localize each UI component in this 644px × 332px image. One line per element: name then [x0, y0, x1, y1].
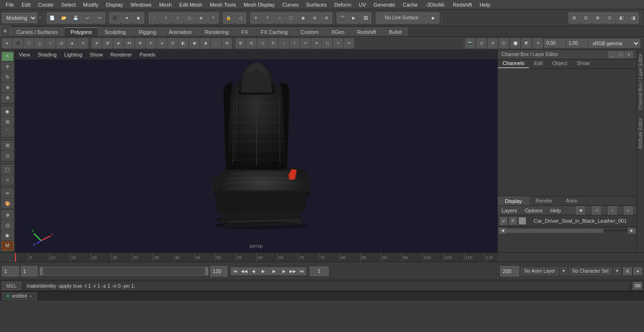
tab-animation[interactable]: Animation [163, 27, 198, 36]
scroll-left-btn[interactable]: ◀ [499, 228, 506, 234]
menu-display[interactable]: Display [102, 1, 127, 8]
plane-btn[interactable]: ▱ [45, 38, 56, 49]
channel-box-minimize[interactable]: _ [608, 51, 616, 58]
slide-edge-btn[interactable]: ◁ [257, 38, 267, 49]
scroll-right-btn[interactable]: ▶ [628, 228, 636, 234]
channel-box-close[interactable]: × [625, 51, 633, 58]
tab-fx[interactable]: FX [235, 27, 254, 36]
menu-windows[interactable]: Windows [127, 1, 156, 8]
menu-help[interactable]: Help [476, 1, 494, 8]
command-output[interactable]: makeIdentity -apply true -t 1 -r 1 -s 1 … [25, 282, 629, 290]
start-frame-input2[interactable]: 1 [21, 266, 38, 276]
menu-uv[interactable]: UV [355, 1, 370, 8]
menu-cache[interactable]: Cache [399, 1, 421, 8]
step-back-btn[interactable]: ◀◀ [240, 267, 248, 275]
transform2-btn[interactable]: ⊕ [309, 12, 321, 24]
slider-start-handle[interactable] [40, 267, 43, 275]
connect-btn[interactable]: ⊕ [222, 38, 232, 49]
snap-point-btn[interactable]: ⊹ [172, 12, 183, 24]
split-polygon-btn[interactable]: ⌇ [289, 38, 300, 49]
offset-loop-btn[interactable]: ⊟ [246, 38, 256, 49]
live-surface-arrow[interactable]: ▶ [428, 12, 439, 24]
viewport[interactable]: View Shading Lighting Show Renderer Pane… [15, 50, 497, 252]
vp-menu-lighting[interactable]: Lighting [62, 52, 84, 57]
bridge-btn[interactable]: ⊞ [102, 38, 113, 49]
tz-field[interactable]: 1.00 [566, 39, 587, 48]
render-btn[interactable]: 🎬 [337, 12, 348, 24]
xray-btn[interactable]: ⊘ [487, 38, 498, 49]
grid-tool[interactable]: ⊞ [1, 141, 14, 150]
multi-cut-btn[interactable]: ✦ [311, 38, 322, 49]
view-opt3-btn[interactable]: ⊠ [592, 12, 603, 24]
anim-end-input[interactable]: 200 [500, 266, 519, 276]
timeline-ruler[interactable]: 5 10 15 20 25 30 35 40 45 50 55 60 65 70… [0, 252, 644, 262]
vp-menu-panels[interactable]: Panels [138, 52, 157, 57]
view-opt4-btn[interactable]: ⊡ [604, 12, 615, 24]
lighting-btn[interactable]: ☀ [533, 38, 543, 49]
menu-modify[interactable]: Modify [79, 1, 102, 8]
append-polygon-btn[interactable]: ◧ [178, 38, 189, 49]
layer-prev2-btn[interactable]: ◁ [592, 206, 601, 215]
no-char-set-label[interactable]: No Character Set [569, 267, 612, 275]
anim-tab[interactable]: Anim [559, 196, 584, 205]
menu-edit[interactable]: Edit [18, 1, 34, 8]
select-tool[interactable]: ↖ [1, 52, 14, 61]
universal-manip-tool[interactable]: ⊗ [1, 93, 14, 103]
tab-redshift[interactable]: Redshift [351, 27, 382, 36]
isolate-btn[interactable]: ◎ [476, 38, 487, 49]
scale-tool[interactable]: ⊕ [1, 83, 14, 92]
options-menu[interactable]: Options [525, 208, 543, 213]
smooth-shade-btn[interactable]: ⬤ [510, 38, 520, 49]
layer-color[interactable] [519, 217, 526, 225]
merge-btn[interactable]: ⋈ [124, 38, 134, 49]
view-opt1-btn[interactable]: ⊞ [569, 12, 580, 24]
prism-btn[interactable]: ▲ [67, 38, 77, 49]
undo-btn[interactable]: ↩ [82, 12, 93, 24]
step-forward-btn[interactable]: ▶▶ [289, 267, 297, 275]
display-tab[interactable]: Display [498, 196, 529, 205]
select-by-object-btn[interactable]: ● [121, 12, 132, 24]
lasso-left[interactable]: ⌗ [1, 175, 14, 185]
snap-live-btn[interactable]: ? [207, 12, 219, 24]
wireframe-btn[interactable]: ◫ [499, 38, 509, 49]
scroll-track[interactable] [506, 228, 628, 233]
menu-deform[interactable]: Deform [330, 1, 355, 8]
command-input-btn[interactable]: ⌨ [633, 282, 642, 290]
snap-view-btn[interactable]: ◻ [184, 12, 195, 24]
taskbar-close[interactable]: × [28, 293, 33, 299]
cube-btn[interactable]: ⬛ [13, 38, 23, 49]
tab-polygons[interactable]: Polygons [64, 27, 98, 36]
snap-grid-btn[interactable]: ⋮ [149, 12, 160, 24]
next-frame-btn[interactable]: ▶ [280, 267, 288, 275]
select-by-hierarchy-btn[interactable]: ⬛ [109, 12, 121, 24]
layer-name[interactable]: Car_Driver_Seat_in_Black_Leather_001 [534, 218, 635, 224]
no-char-set-dropdown[interactable]: ▼ [614, 267, 620, 275]
show-manip-tool[interactable]: ⊙ [1, 151, 14, 161]
channel-box-maximize[interactable]: □ [617, 51, 624, 58]
attribute-editor-tab-vertical[interactable]: Attribute Editor [637, 114, 644, 153]
texture-btn[interactable]: ◩ [521, 38, 532, 49]
highlight-btn[interactable]: ◁ [235, 12, 246, 24]
layer-add-btn[interactable]: + [608, 206, 617, 215]
prev-frame-btn[interactable]: ◀ [249, 267, 257, 275]
rect-select-btn[interactable]: ▢ [286, 12, 297, 24]
menu-surfaces[interactable]: Surfaces [303, 1, 330, 8]
go-to-start-btn[interactable]: ⏮ [231, 267, 239, 275]
bevel-btn[interactable]: ◈ [113, 38, 124, 49]
circularize-btn[interactable]: ○ [211, 38, 221, 49]
cut-polygon-btn[interactable]: ✂ [300, 38, 311, 49]
relax-btn[interactable]: ⌖ [333, 38, 343, 49]
vp-menu-renderer[interactable]: Renderer [108, 52, 134, 57]
layers-menu[interactable]: Layers [502, 208, 517, 213]
tab-xgen[interactable]: XGen [325, 27, 350, 36]
extrude-btn[interactable]: ⊕ [91, 38, 102, 49]
layer-next-btn[interactable]: ▷ [624, 206, 633, 215]
layer-visibility-btn[interactable]: V [500, 217, 507, 225]
mode-selector[interactable]: Modeling [2, 13, 37, 23]
tab-fx-caching[interactable]: FX Caching [255, 27, 294, 36]
tab-rendering[interactable]: Rendering [198, 27, 235, 36]
no-anim-layer-dropdown[interactable]: ▼ [561, 267, 567, 275]
move-tool[interactable]: ✛ [1, 62, 14, 72]
lasso-btn[interactable]: ⌖ [262, 12, 273, 24]
ch-tab-show[interactable]: Show [572, 59, 594, 68]
